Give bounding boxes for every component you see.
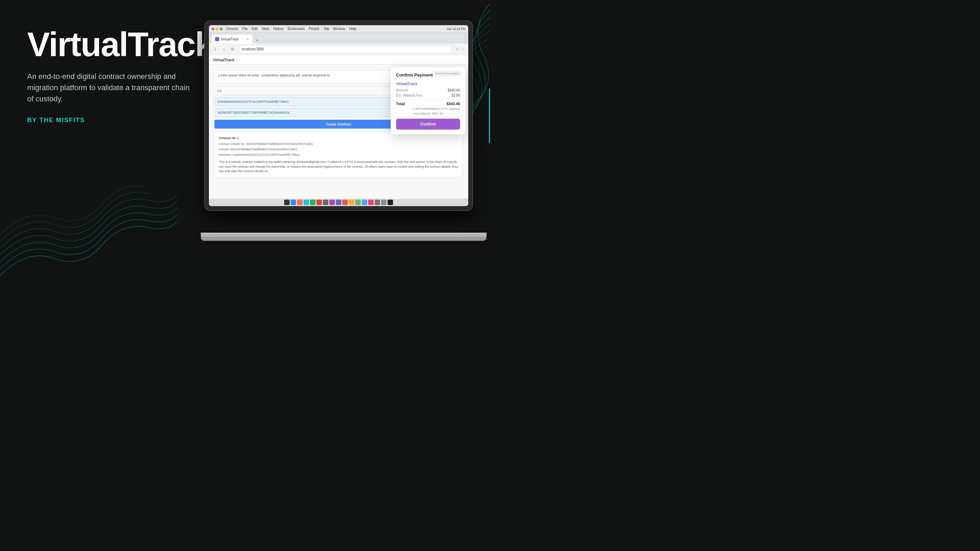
laptop-base-top: [201, 233, 487, 237]
contract-id: Contract ID: 1: [219, 136, 458, 140]
menu-edit: Edit: [252, 27, 258, 30]
new-tab-btn[interactable]: +: [254, 37, 261, 43]
menu-view: View: [262, 27, 269, 30]
dock-icon-13[interactable]: [375, 200, 380, 205]
modal-fee-row: Est. Network Fee $2.80: [396, 94, 460, 97]
address2-text: 0x1f4525f77bDb750ED7794F49B8E7142b44d442…: [218, 111, 289, 114]
amount-label: Amount: [396, 89, 408, 92]
confirm-payment-modal: powered by ● giphy Confirm Payment × Vir…: [391, 67, 466, 134]
reload-btn[interactable]: ↻: [229, 46, 236, 53]
modal-brand: VirtualTrack: [396, 82, 460, 86]
laptop-mockup: Chrome File Edit View History Bookmarks …: [204, 21, 490, 252]
dock: [209, 198, 468, 206]
contract-current: Current: 0x0C03789a8a470edf8fa83ACf10C64…: [219, 147, 458, 152]
dock-icon-4[interactable]: [317, 200, 322, 205]
contract-recipient: Recipient: 0x9eb9a9c6062DC0c27F41C50f7f7…: [219, 153, 458, 157]
forward-btn[interactable]: ›: [221, 46, 227, 53]
address-bar[interactable]: localhost:3000: [238, 45, 452, 53]
modal-title: Confirm Payment: [396, 73, 433, 78]
total-value: $343.46: [447, 102, 460, 106]
laptop-screen: Chrome File Edit View History Bookmarks …: [209, 25, 468, 206]
close-dot: [212, 27, 215, 30]
bg-decoration-bottom-left: [0, 140, 177, 275]
menu-history: History: [273, 27, 283, 30]
dock-trash[interactable]: [388, 200, 393, 205]
menu-chrome: Chrome: [226, 27, 238, 30]
dock-icon-11[interactable]: [362, 200, 367, 205]
fee-value: $2.80: [452, 94, 460, 97]
modal-eth-amount: 0.907410663346427 ETH (approx): [396, 107, 460, 111]
chrome-tabs-bar: VirtualTrack ✕ +: [209, 33, 468, 43]
amount-value: $340.65: [448, 89, 460, 92]
address1-text: 0x9eb9a9c6062DC0c27F41C50f7f72e48DfE77Be…: [218, 100, 289, 103]
dock-icon-8[interactable]: [342, 200, 348, 205]
laptop-bezel-outer: Chrome File Edit View History Bookmarks …: [204, 21, 483, 231]
contract-description: This is a sample contract created by the…: [219, 160, 458, 174]
fee-label: Est. Network Fee: [396, 94, 422, 97]
modal-amount-row: Amount $340.65: [396, 89, 460, 92]
minimize-dot: [216, 27, 218, 30]
tab-label: VirtualTrack: [221, 37, 239, 41]
dock-icon-6[interactable]: [329, 200, 335, 205]
app-title: VirtualTrack: [213, 58, 234, 62]
dock-finder[interactable]: [284, 200, 290, 205]
dock-icon-14[interactable]: [381, 200, 387, 205]
chrome-toolbar: ‹ › ↻ localhost:3000 ☆ ⋮: [209, 43, 468, 55]
dock-icon-12[interactable]: [368, 200, 374, 205]
laptop-base-bottom: [201, 237, 487, 241]
bookmark-icon[interactable]: ☆: [455, 47, 460, 52]
dock-icon-2[interactable]: [304, 200, 309, 205]
maximize-dot: [220, 27, 223, 30]
byline: BY THE MISFITS: [27, 117, 231, 124]
menu-help: Help: [349, 27, 356, 30]
chrome-content: VirtualTrack Lorem ipsum dolor sit amet,…: [209, 55, 468, 206]
dock-chrome[interactable]: [291, 200, 296, 205]
back-btn[interactable]: ‹: [212, 46, 218, 53]
brand-title: VirtualTrack: [27, 27, 231, 61]
dock-icon-7[interactable]: [336, 200, 341, 205]
dock-icon-1[interactable]: [297, 200, 302, 205]
dock-icon-10[interactable]: [355, 200, 361, 205]
address-text: localhost:3000: [242, 47, 264, 51]
mac-menubar: Chrome File Edit View History Bookmarks …: [209, 25, 468, 33]
menu-bookmarks: Bookmarks: [288, 27, 305, 30]
clock: Sat 10:18 PM: [447, 27, 466, 30]
tab-favicon: [215, 37, 219, 41]
app-header: VirtualTrack: [209, 55, 468, 65]
chrome-browser: VirtualTrack ✕ + ‹ › ↻ localhost:3000: [209, 33, 468, 206]
tab-close-btn[interactable]: ✕: [247, 37, 249, 41]
menu-tab: Tab: [324, 27, 329, 30]
dock-icon-3[interactable]: [310, 200, 315, 205]
modal-divider: [396, 99, 460, 100]
powered-badge: powered by ● giphy: [433, 71, 461, 76]
laptop-base: [201, 233, 487, 241]
app-main: Lorem ipsum dolor sit amet, consectetur …: [209, 65, 468, 206]
mac-status-bar: Sat 10:18 PM: [447, 27, 466, 30]
menu-window: Window: [333, 27, 345, 30]
menu-file: File: [242, 27, 248, 30]
extensions-icon[interactable]: ⋮: [461, 47, 466, 52]
laptop-bezel: Chrome File Edit View History Bookmarks …: [204, 21, 473, 211]
active-tab[interactable]: VirtualTrack ✕: [212, 35, 253, 43]
mac-menu-items: Chrome File Edit View History Bookmarks …: [226, 27, 356, 30]
brand-description: An end-to-end digital contract ownership…: [27, 71, 197, 105]
confirm-button[interactable]: Confirm: [396, 119, 460, 130]
menu-people: People: [309, 27, 320, 30]
contract-info-box: Contract ID: 1 Contract created by: 0x0C…: [215, 132, 463, 178]
contract-created-by: Contract created by: 0x0C03789a8a470edf8…: [219, 142, 458, 147]
total-label: Total: [396, 102, 404, 106]
dock-icon-5[interactable]: [323, 200, 328, 205]
left-content: VirtualTrack An end-to-end digital contr…: [27, 27, 231, 124]
modal-balance: Your balance: $927.52: [396, 112, 460, 115]
dock-icon-9[interactable]: [349, 200, 354, 205]
modal-total-row: Total $343.46: [396, 102, 460, 106]
